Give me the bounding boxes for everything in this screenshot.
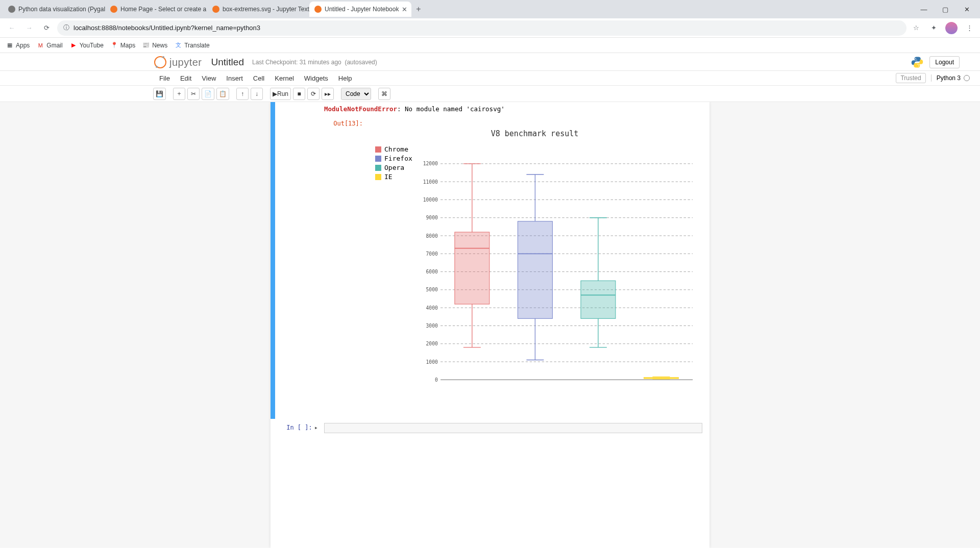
add-cell-button[interactable]: ＋ xyxy=(173,88,185,100)
checkpoint-text: Last Checkpoint: 31 minutes ago (autosav… xyxy=(252,59,377,66)
jupyter-wordmark: jupyter xyxy=(169,57,202,68)
menu-help[interactable]: Help xyxy=(333,74,357,82)
legend-item: Firefox xyxy=(375,155,418,162)
move-up-button[interactable]: ↑ xyxy=(236,88,249,100)
svg-text:12000: 12000 xyxy=(423,161,438,166)
svg-text:3000: 3000 xyxy=(426,323,437,329)
in-prompt: In [ ]:▸ xyxy=(273,422,324,436)
menu-cell[interactable]: Cell xyxy=(248,74,270,82)
tab-2[interactable]: box-extremes.svg - Jupyter Text E✕ xyxy=(207,2,309,17)
gmail-bookmark[interactable]: MGmail xyxy=(37,42,62,49)
news-bookmark[interactable]: 📰News xyxy=(142,42,167,49)
menubar: FileEditViewInsertCellKernelWidgetsHelp … xyxy=(0,70,980,86)
extensions-icon[interactable]: ✦ xyxy=(928,22,939,34)
star-icon[interactable]: ☆ xyxy=(911,22,922,34)
tab-0[interactable]: Python data visualization (Pygal✕ xyxy=(3,2,105,17)
tab-title: box-extremes.svg - Jupyter Text E xyxy=(223,6,309,13)
new-tab-button[interactable]: + xyxy=(411,2,426,16)
logout-button[interactable]: Logout xyxy=(929,56,960,68)
python-icon xyxy=(911,56,923,68)
maximize-button[interactable]: ▢ xyxy=(935,2,955,17)
svg-text:10000: 10000 xyxy=(423,197,438,203)
close-window-button[interactable]: ✕ xyxy=(957,2,977,17)
site-info-icon[interactable]: ⓘ xyxy=(63,23,69,32)
legend-label: Firefox xyxy=(384,155,412,162)
cell-type-select[interactable]: Code xyxy=(341,88,371,100)
favicon-icon xyxy=(110,6,117,13)
legend-swatch xyxy=(375,165,381,171)
toolbar: 💾 ＋ ✂ 📄 📋 ↑ ↓ ▶ Run ■ ⟳ ▸▸ Code ⌘ xyxy=(0,86,980,102)
code-input[interactable] xyxy=(324,423,702,433)
tab-title: Home Page - Select or create a n xyxy=(120,6,207,13)
legend-item: Chrome xyxy=(375,145,418,153)
save-button[interactable]: 💾 xyxy=(153,88,166,100)
command-palette-button[interactable]: ⌘ xyxy=(378,88,390,100)
menu-insert[interactable]: Insert xyxy=(221,74,248,82)
svg-text:4000: 4000 xyxy=(426,305,437,311)
cut-button[interactable]: ✂ xyxy=(187,88,200,100)
menu-file[interactable]: File xyxy=(154,74,175,82)
svg-text:1000: 1000 xyxy=(426,359,437,365)
close-tab-icon[interactable]: ✕ xyxy=(402,6,407,13)
favicon-icon xyxy=(8,6,15,13)
tab-title: Untitled - Jupyter Notebook xyxy=(325,6,399,13)
bookmark-bar: ▦Apps MGmail ▶YouTube 📍Maps 📰News 文Trans… xyxy=(0,38,980,53)
reload-button[interactable]: ⟳ xyxy=(40,21,53,35)
forward-button[interactable]: → xyxy=(22,21,36,35)
svg-text:5000: 5000 xyxy=(426,287,437,292)
error-output: ModuleNotFoundError: No module named 'ca… xyxy=(324,105,702,113)
notebook-title[interactable]: Untitled xyxy=(211,57,244,68)
copy-button[interactable]: 📄 xyxy=(202,88,214,100)
interrupt-button[interactable]: ■ xyxy=(293,88,305,100)
svg-text:8000: 8000 xyxy=(426,233,437,239)
tab-1[interactable]: Home Page - Select or create a n✕ xyxy=(105,2,207,17)
address-bar: ← → ⟳ ⓘ ☆ ✦ ⋮ xyxy=(0,18,980,38)
svg-text:9000: 9000 xyxy=(426,215,437,220)
move-down-button[interactable]: ↓ xyxy=(251,88,263,100)
menu-icon[interactable]: ⋮ xyxy=(964,22,975,34)
maps-bookmark[interactable]: 📍Maps xyxy=(111,42,135,49)
kernel-indicator[interactable]: Python 3 xyxy=(931,74,970,82)
paste-button[interactable]: 📋 xyxy=(216,88,229,100)
menu-edit[interactable]: Edit xyxy=(175,74,197,82)
tab-strip: Python data visualization (Pygal✕Home Pa… xyxy=(0,0,980,18)
output-prompt xyxy=(273,104,324,417)
apps-bookmark[interactable]: ▦Apps xyxy=(6,42,30,49)
favicon-icon xyxy=(314,6,322,13)
legend-label: Opera xyxy=(384,164,404,171)
omnibox[interactable]: ⓘ xyxy=(57,20,906,36)
profile-avatar[interactable] xyxy=(945,22,958,34)
trusted-indicator[interactable]: Trusted xyxy=(896,73,925,83)
svg-text:7000: 7000 xyxy=(426,251,437,257)
svg-text:0: 0 xyxy=(435,377,438,383)
restart-run-all-button[interactable]: ▸▸ xyxy=(322,88,334,100)
menu-widgets[interactable]: Widgets xyxy=(299,74,333,82)
input-cell[interactable]: In [ ]:▸ xyxy=(271,419,709,443)
restart-button[interactable]: ⟳ xyxy=(307,88,320,100)
legend-swatch xyxy=(375,156,381,162)
svg-rect-30 xyxy=(455,232,489,304)
notebook-scroll[interactable]: ModuleNotFoundError: No module named 'ca… xyxy=(0,102,980,548)
svg-rect-36 xyxy=(518,221,552,319)
out-prompt: Out[13]: xyxy=(324,120,367,414)
url-input[interactable] xyxy=(74,24,900,32)
minimize-button[interactable]: — xyxy=(914,2,934,17)
chart-title: V8 benchmark result xyxy=(372,129,697,138)
menu-kernel[interactable]: Kernel xyxy=(270,74,299,82)
back-button[interactable]: ← xyxy=(5,21,18,35)
svg-text:11000: 11000 xyxy=(423,179,438,185)
jupyter-logo[interactable]: jupyter xyxy=(154,56,202,68)
run-button[interactable]: ▶ Run xyxy=(270,88,291,100)
output-cell[interactable]: ModuleNotFoundError: No module named 'ca… xyxy=(271,102,709,419)
legend-item: IE xyxy=(375,173,418,181)
youtube-bookmark[interactable]: ▶YouTube xyxy=(70,42,104,49)
tab-3[interactable]: Untitled - Jupyter Notebook✕ xyxy=(309,2,411,17)
menu-view[interactable]: View xyxy=(197,74,221,82)
legend-label: Chrome xyxy=(384,145,408,153)
legend-swatch xyxy=(375,146,381,153)
window-controls: — ▢ ✕ xyxy=(914,2,977,17)
chart-output: V8 benchmark result ChromeFirefoxOperaIE… xyxy=(367,124,702,414)
tab-title: Python data visualization (Pygal xyxy=(18,6,105,13)
translate-bookmark[interactable]: 文Translate xyxy=(175,42,210,49)
legend-item: Opera xyxy=(375,164,418,171)
